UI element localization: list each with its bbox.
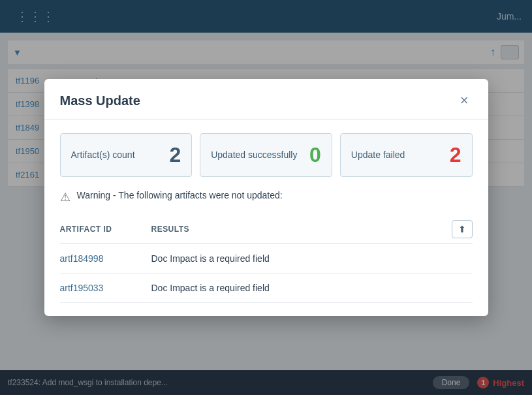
stat-card-failed: Update failed 2 bbox=[340, 133, 473, 177]
stat-value-failed: 2 bbox=[450, 143, 462, 167]
result-cell: Doc Impact is a required field bbox=[151, 274, 424, 303]
modal-header: Mass Update × bbox=[44, 79, 488, 120]
stat-card-success: Updated successfully 0 bbox=[200, 133, 332, 177]
table-row: artf195033 Doc Impact is a required fiel… bbox=[60, 274, 473, 303]
warning-icon: ⚠ bbox=[60, 190, 70, 204]
results-table: ARTIFACT ID RESULTS ⬆ artf184998 Doc Imp… bbox=[60, 216, 473, 303]
col-header-results: RESULTS bbox=[151, 216, 424, 244]
artifact-id-cell: artf184998 bbox=[60, 244, 151, 274]
col-header-artifact: ARTIFACT ID bbox=[60, 216, 151, 244]
stat-label-success: Updated successfully bbox=[211, 149, 297, 162]
empty-cell bbox=[424, 244, 473, 274]
stat-value-success: 0 bbox=[309, 143, 321, 167]
warning-row: ⚠ Warning - The following artifacts were… bbox=[60, 190, 473, 204]
stat-card-count: Artifact(s) count 2 bbox=[60, 133, 193, 177]
table-row: artf184998 Doc Impact is a required fiel… bbox=[60, 244, 473, 274]
empty-cell bbox=[424, 274, 473, 303]
close-button[interactable]: × bbox=[456, 92, 473, 109]
artifact-id-cell: artf195033 bbox=[60, 274, 151, 303]
stat-label-failed: Update failed bbox=[351, 149, 405, 162]
export-button[interactable]: ⬆ bbox=[452, 220, 473, 238]
modal-title: Mass Update bbox=[60, 93, 140, 108]
mass-update-modal: Mass Update × Artifact(s) count 2 Update… bbox=[44, 79, 488, 316]
stat-value-count: 2 bbox=[169, 143, 181, 167]
stats-row: Artifact(s) count 2 Updated successfully… bbox=[60, 133, 473, 177]
modal-overlay: Mass Update × Artifact(s) count 2 Update… bbox=[0, 0, 532, 395]
modal-body: Artifact(s) count 2 Updated successfully… bbox=[44, 120, 488, 316]
stat-label-count: Artifact(s) count bbox=[71, 149, 135, 162]
col-header-export: ⬆ bbox=[424, 216, 473, 244]
result-cell: Doc Impact is a required field bbox=[151, 244, 424, 274]
warning-text: Warning - The following artifacts were n… bbox=[77, 190, 283, 200]
